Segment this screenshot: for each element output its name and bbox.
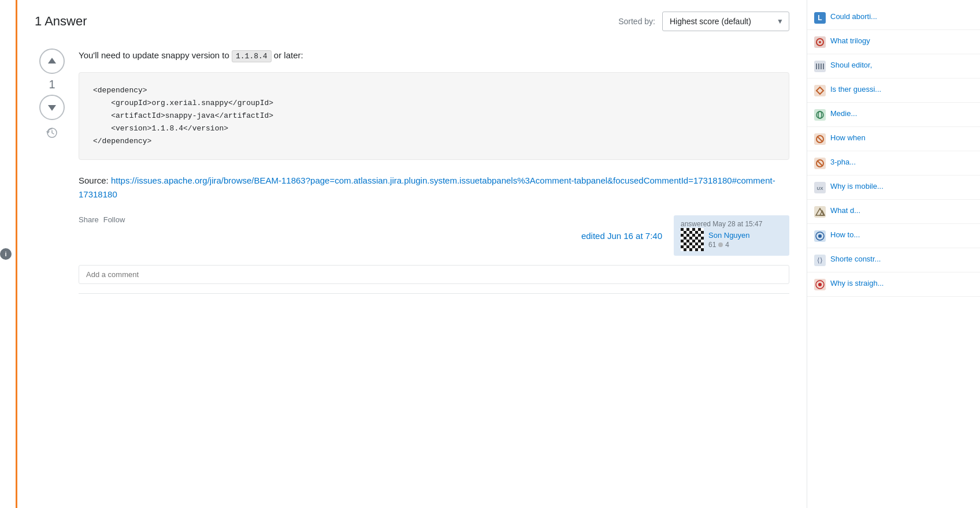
sidebar-icon-8: UX bbox=[814, 182, 826, 193]
answered-text: answered May 28 at 15:47 bbox=[681, 220, 762, 228]
user-name[interactable]: Son Nguyen bbox=[708, 231, 750, 240]
sidebar-link-2: What trilogy bbox=[830, 36, 870, 46]
action-links: Share Follow bbox=[79, 215, 125, 224]
svg-rect-18 bbox=[681, 240, 684, 242]
user-card-content: answered May 28 at 15:47 bbox=[681, 220, 762, 251]
inline-code: 1.1.8.4 bbox=[232, 50, 272, 62]
sidebar-icon-12 bbox=[814, 279, 826, 290]
sidebar-link-5: Medie... bbox=[830, 109, 857, 119]
svg-rect-32 bbox=[695, 248, 698, 251]
svg-rect-28 bbox=[692, 245, 695, 248]
sidebar-icon-1: L bbox=[814, 12, 826, 24]
edit-info: edited Jun 16 at 7:40 bbox=[581, 231, 662, 241]
source-link[interactable]: https://issues.apache.org/jira/browse/BE… bbox=[79, 175, 775, 199]
svg-text:⟨⟩: ⟨⟩ bbox=[817, 256, 823, 264]
svg-rect-7 bbox=[689, 231, 692, 234]
divider bbox=[79, 293, 789, 294]
svg-rect-30 bbox=[684, 248, 686, 251]
svg-rect-14 bbox=[684, 237, 686, 240]
downvote-button[interactable] bbox=[39, 95, 65, 120]
svg-point-38 bbox=[819, 41, 821, 43]
answer-header: 1 Answer Sorted by: Highest score (defau… bbox=[35, 12, 789, 31]
follow-button[interactable]: Follow bbox=[103, 215, 125, 224]
sidebar-icon-6 bbox=[814, 133, 826, 145]
sidebar-item-4[interactable]: Is ther guessi... bbox=[807, 79, 980, 103]
svg-rect-5 bbox=[698, 228, 701, 231]
svg-rect-26 bbox=[681, 245, 684, 248]
sidebar-item-1[interactable]: LCould aborti... bbox=[807, 6, 980, 30]
rep-score: 61 bbox=[708, 241, 716, 249]
svg-rect-31 bbox=[689, 248, 692, 251]
sidebar-item-7[interactable]: 3-pha... bbox=[807, 151, 980, 175]
svg-rect-19 bbox=[686, 240, 689, 242]
user-card: answered May 28 at 15:47 bbox=[674, 215, 789, 256]
sidebar-item-3[interactable]: Shoul editor, bbox=[807, 54, 980, 79]
sidebar-link-4: Is ther guessi... bbox=[830, 84, 881, 95]
answer-text-after: or later: bbox=[274, 50, 303, 60]
edit-link[interactable]: edited Jun 16 at 7:40 bbox=[581, 231, 662, 241]
sidebar-item-9[interactable]: What d... bbox=[807, 200, 980, 224]
svg-rect-33 bbox=[701, 248, 704, 251]
history-icon[interactable] bbox=[46, 127, 58, 139]
sidebar-item-5[interactable]: Medie... bbox=[807, 103, 980, 127]
svg-rect-2 bbox=[681, 228, 684, 231]
sidebar-link-10: How to... bbox=[830, 230, 860, 240]
upvote-button[interactable] bbox=[39, 48, 65, 74]
answer-text-before: You'll need to update snappy version to bbox=[79, 50, 229, 60]
sidebar-icon-5 bbox=[814, 109, 826, 121]
sidebar-link-11: Shorte constr... bbox=[830, 254, 881, 264]
svg-rect-46 bbox=[814, 109, 826, 121]
svg-rect-3 bbox=[686, 228, 689, 231]
sidebar-link-12: Why is straigh... bbox=[830, 278, 884, 289]
sidebar-icon-10 bbox=[814, 230, 826, 242]
svg-text:UX: UX bbox=[816, 186, 823, 191]
answer-content: You'll need to update snappy version to … bbox=[79, 48, 789, 294]
avatar bbox=[681, 228, 704, 251]
user-info: Son Nguyen 61 4 bbox=[681, 228, 762, 251]
svg-point-67 bbox=[818, 283, 822, 286]
svg-rect-11 bbox=[686, 234, 689, 237]
sidebar-item-6[interactable]: How when bbox=[807, 127, 980, 151]
sidebar-icon-4 bbox=[814, 85, 826, 96]
svg-rect-4 bbox=[692, 228, 695, 231]
sidebar-item-12[interactable]: Why is straigh... bbox=[807, 272, 980, 297]
sorted-by-section: Sorted by: Highest score (default) Date … bbox=[618, 12, 789, 31]
svg-rect-22 bbox=[684, 242, 686, 245]
svg-rect-6 bbox=[684, 231, 686, 234]
sidebar-icon-3 bbox=[814, 61, 826, 72]
answer-body: 1 You'll need to update snappy version t… bbox=[35, 48, 789, 294]
add-comment-input[interactable] bbox=[79, 265, 789, 284]
sidebar-item-11[interactable]: ⟨⟩Shorte constr... bbox=[807, 248, 980, 272]
sidebar-icon-11: ⟨⟩ bbox=[814, 255, 826, 266]
sidebar-link-1: Could aborti... bbox=[830, 12, 877, 22]
rep-dot bbox=[718, 242, 723, 247]
share-button[interactable]: Share bbox=[79, 215, 99, 224]
svg-rect-10 bbox=[681, 234, 684, 237]
actions-row: Share Follow edited Jun 16 at 7:40 answe… bbox=[79, 215, 789, 256]
sorted-by-label: Sorted by: bbox=[618, 17, 655, 26]
sidebar-link-7: 3-pha... bbox=[830, 157, 856, 167]
svg-text:L: L bbox=[818, 14, 822, 22]
sidebar-link-8: Why is mobile... bbox=[830, 181, 884, 192]
sidebar-link-6: How when bbox=[830, 133, 866, 143]
svg-rect-29 bbox=[698, 245, 701, 248]
svg-rect-25 bbox=[701, 242, 704, 245]
vote-section: 1 bbox=[35, 48, 69, 294]
sort-select[interactable]: Highest score (default) Date modified (n… bbox=[662, 12, 789, 31]
sidebar-item-10[interactable]: How to... bbox=[807, 224, 980, 248]
svg-rect-42 bbox=[821, 64, 822, 69]
badge-count: 4 bbox=[725, 241, 729, 249]
code-block: <dependency> <groupId>org.xerial.snappy<… bbox=[79, 72, 789, 160]
answer-text: You'll need to update snappy version to … bbox=[79, 48, 789, 63]
svg-rect-27 bbox=[686, 245, 689, 248]
svg-rect-43 bbox=[823, 64, 824, 69]
sort-select-wrapper[interactable]: Highest score (default) Date modified (n… bbox=[662, 12, 789, 31]
right-sidebar: LCould aborti...What trilogyShoul editor… bbox=[807, 0, 980, 508]
sidebar-item-2[interactable]: What trilogy bbox=[807, 30, 980, 54]
vote-count: 1 bbox=[49, 76, 55, 92]
sidebar-items-list: LCould aborti...What trilogyShoul editor… bbox=[807, 6, 980, 297]
sidebar-icon-7 bbox=[814, 158, 826, 169]
sidebar-item-8[interactable]: UXWhy is mobile... bbox=[807, 175, 980, 200]
info-button[interactable]: i bbox=[0, 248, 12, 260]
main-content: 1 Answer Sorted by: Highest score (defau… bbox=[17, 0, 807, 508]
